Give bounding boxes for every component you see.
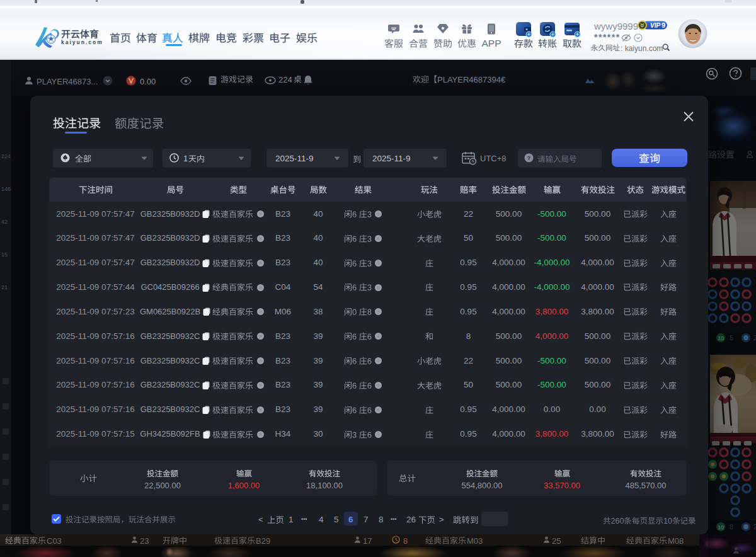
- svg-text:VIP: VIP: [650, 22, 660, 29]
- svg-text:9: 9: [662, 21, 665, 29]
- svg-text:?: ?: [527, 155, 531, 161]
